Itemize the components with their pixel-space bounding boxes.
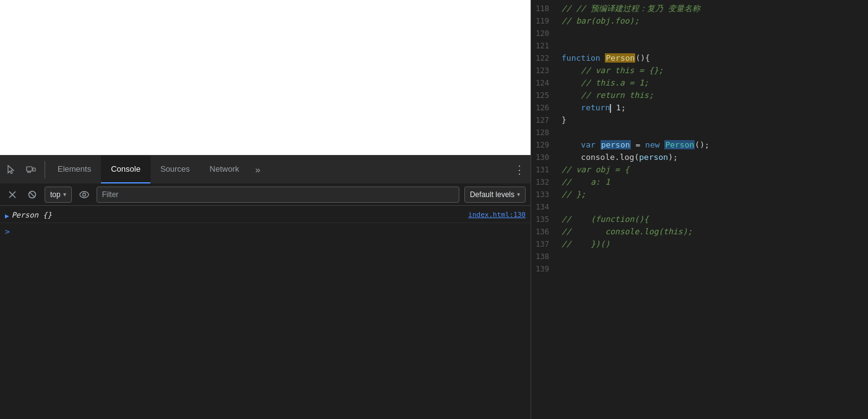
svg-line-8 (30, 192, 35, 197)
console-output: ▶ Person {} index.html:130 > (0, 206, 531, 419)
line-number: 130 (531, 151, 559, 164)
stop-icon[interactable] (25, 187, 40, 202)
cursor-icon[interactable] (2, 161, 20, 179)
code-line: 120 (531, 27, 868, 40)
code-line: 132// a: 1 (531, 176, 868, 188)
line-content: console.log(person); (559, 151, 868, 164)
line-number: 133 (531, 188, 559, 201)
line-number: 134 (531, 201, 559, 213)
tab-console[interactable]: Console (101, 156, 150, 183)
code-line: 136// console.log(this); (531, 226, 868, 238)
line-number: 123 (531, 64, 559, 77)
line-content: // })() (559, 238, 868, 250)
device-toolbar-icon[interactable] (22, 161, 40, 179)
browser-viewport (0, 0, 531, 155)
code-line: 124 // this.a = 1; (531, 77, 868, 89)
filter-input[interactable] (102, 190, 454, 199)
line-content: return 1; (559, 102, 868, 114)
line-number: 136 (531, 226, 559, 238)
line-number: 124 (531, 77, 559, 89)
line-content: // var this = {}; (559, 64, 868, 77)
tab-elements[interactable]: Elements (48, 156, 101, 183)
code-line: 138 (531, 250, 868, 263)
line-content: // return this; (559, 89, 868, 102)
svg-point-10 (82, 193, 85, 196)
code-line: 130 console.log(person); (531, 151, 868, 164)
code-line: 127} (531, 114, 868, 126)
line-content: // var obj = { (559, 164, 868, 176)
console-input-line: > (0, 223, 531, 240)
code-line: 129 var person = new Person(); (531, 139, 868, 151)
line-number: 126 (531, 102, 559, 114)
code-line: 118// // 预编译建过程：复乃 变量名称 (531, 2, 868, 15)
levels-arrow: ▾ (517, 191, 520, 198)
more-tabs-button[interactable]: » (249, 161, 266, 179)
line-number: 125 (531, 89, 559, 102)
code-line: 128 (531, 126, 868, 139)
line-content: // console.log(this); (559, 226, 868, 238)
line-number: 121 (531, 40, 559, 52)
line-number: 122 (531, 52, 559, 64)
line-number: 127 (531, 114, 559, 126)
console-entry-text: Person {} (12, 211, 464, 219)
line-content: function Person(){ (559, 52, 868, 64)
line-content: // bar(obj.foo); (559, 15, 868, 27)
line-content: } (559, 114, 868, 126)
tab-sources[interactable]: Sources (150, 156, 200, 183)
console-toolbar: top ▾ Default levels ▾ (0, 183, 531, 206)
devtools-left-panel: Elements Console Sources Network » ⋮ (0, 0, 531, 419)
line-number: 139 (531, 263, 559, 275)
code-editor: 118// // 预编译建过程：复乃 变量名称119// bar(obj.foo… (531, 0, 868, 419)
code-line: 121 (531, 40, 868, 52)
line-content: // }; (559, 188, 868, 201)
svg-rect-1 (33, 168, 35, 171)
svg-rect-0 (27, 167, 32, 171)
devtools-tabbar: Elements Console Sources Network » ⋮ (0, 155, 531, 183)
tab-network[interactable]: Network (200, 156, 250, 183)
line-number: 120 (531, 27, 559, 40)
line-content: // a: 1 (559, 176, 868, 188)
line-number: 129 (531, 139, 559, 151)
line-number: 119 (531, 15, 559, 27)
code-line: 126 return 1; (531, 102, 868, 114)
context-selector[interactable]: top ▾ (45, 187, 72, 203)
console-log-entry: ▶ Person {} index.html:130 (0, 208, 531, 223)
devtools-tabs-container: Elements Console Sources Network » (48, 156, 510, 183)
line-number: 132 (531, 176, 559, 188)
code-line: 134 (531, 201, 868, 213)
code-line: 123 // var this = {}; (531, 64, 868, 77)
filter-input-container[interactable] (97, 187, 459, 203)
line-content: var person = new Person(); (559, 139, 868, 151)
code-line: 119// bar(obj.foo); (531, 15, 868, 27)
code-line: 139 (531, 263, 868, 275)
console-entry-source[interactable]: index.html:130 (468, 211, 526, 219)
svg-point-9 (80, 192, 89, 198)
clear-console-button[interactable] (5, 187, 20, 202)
code-line: 122function Person(){ (531, 52, 868, 64)
line-number: 138 (531, 250, 559, 263)
code-line: 135// (function(){ (531, 213, 868, 226)
toolbar-icon-group (2, 161, 45, 179)
eye-icon[interactable] (77, 187, 92, 202)
console-prompt: > (5, 227, 10, 236)
line-content: // // 预编译建过程：复乃 变量名称 (559, 2, 868, 15)
code-line: 133// }; (531, 188, 868, 201)
line-number: 137 (531, 238, 559, 250)
line-number: 118 (531, 2, 559, 15)
code-line: 131// var obj = { (531, 164, 868, 176)
line-content: // (function(){ (559, 213, 868, 226)
log-levels-button[interactable]: Default levels ▾ (464, 187, 526, 203)
code-line: 137// })() (531, 238, 868, 250)
line-number: 131 (531, 164, 559, 176)
code-line: 125 // return this; (531, 89, 868, 102)
devtools-menu-button[interactable]: ⋮ (511, 161, 528, 179)
line-content: // this.a = 1; (559, 77, 868, 89)
code-editor-panel: 118// // 预编译建过程：复乃 变量名称119// bar(obj.foo… (531, 0, 868, 419)
context-selector-arrow: ▾ (63, 191, 66, 198)
expand-icon[interactable]: ▶ (5, 212, 9, 220)
line-number: 128 (531, 126, 559, 139)
line-number: 135 (531, 213, 559, 226)
